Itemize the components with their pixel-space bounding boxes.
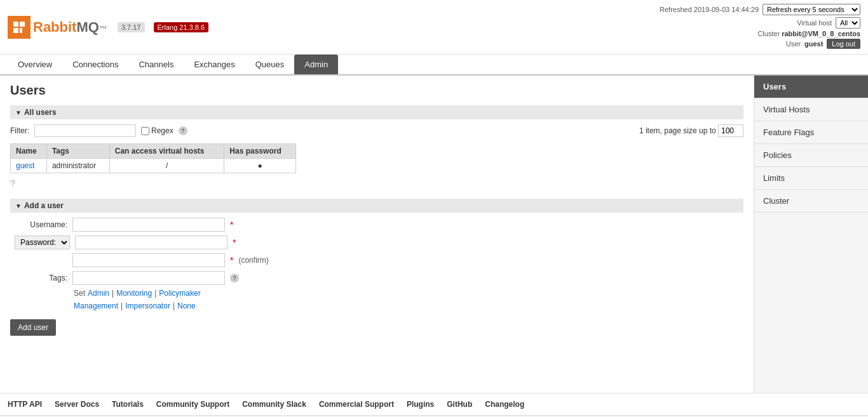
all-users-label: All users (24, 108, 57, 117)
sidebar-item-policies[interactable]: Policies (754, 144, 868, 167)
username-row: Username: * (10, 218, 743, 232)
table-help-icon[interactable]: ? (10, 178, 743, 189)
filter-input[interactable] (34, 124, 136, 137)
page-title: Users (10, 83, 743, 98)
password-input[interactable] (75, 235, 227, 249)
version-badge: 3.7.17 (118, 22, 145, 32)
refreshed-text: Refreshed 2019-09-03 14:44:29 (660, 6, 759, 13)
col-vhosts: Can access virtual hosts (109, 144, 224, 159)
tag-none[interactable]: None (177, 301, 196, 310)
tag-management[interactable]: Management (74, 301, 118, 310)
footer-commercial-support[interactable]: Commercial Support (319, 400, 394, 409)
footer-changelog[interactable]: Changelog (485, 400, 524, 409)
svg-rect-3 (20, 28, 22, 33)
logo-icon (8, 16, 31, 39)
user-tags-cell: administrator (46, 159, 109, 173)
sidebar-item-feature-flags[interactable]: Feature Flags (754, 121, 868, 144)
nav-channels[interactable]: Channels (128, 55, 184, 74)
cluster-label: Cluster (757, 30, 780, 37)
user-label: User (786, 40, 801, 48)
password-confirm-row: * (confirm) (10, 253, 743, 267)
nav-bar: Overview Connections Channels Exchanges … (0, 55, 868, 76)
username-label: Username: (10, 220, 67, 229)
footer-community-support[interactable]: Community Support (156, 400, 229, 409)
footer-http-api[interactable]: HTTP API (8, 400, 42, 409)
user-name-cell[interactable]: guest (11, 159, 47, 173)
virtual-host-label: Virtual host (797, 19, 832, 27)
virtual-host-select[interactable]: All / (836, 17, 860, 29)
password-confirm-input[interactable] (72, 253, 225, 267)
tags-label: Tags: (10, 274, 67, 282)
footer-plugins[interactable]: Plugins (407, 400, 434, 409)
tag-admin[interactable]: Admin (88, 289, 109, 298)
add-user-section: ▼ Add a user Username: * Password: Hashe… (10, 199, 743, 336)
user-vhosts-cell: / (109, 159, 224, 173)
filter-help-icon[interactable]: ? (179, 126, 187, 135)
logo-text: RabbitMQ™ (33, 19, 107, 36)
sidebar-item-virtual-hosts[interactable]: Virtual Hosts (754, 98, 868, 121)
regex-checkbox[interactable] (141, 127, 149, 135)
set-tags-row2: Management | Impersonator | None (74, 301, 743, 310)
user-value: guest (804, 40, 823, 48)
tag-monitoring[interactable]: Monitoring (116, 289, 152, 298)
confirm-required: * (230, 255, 233, 265)
sidebar-item-cluster[interactable]: Cluster (754, 190, 868, 213)
username-input[interactable] (72, 218, 225, 232)
sidebar-item-limits[interactable]: Limits (754, 167, 868, 190)
pagination-size-input[interactable] (718, 124, 743, 137)
refresh-select[interactable]: Refresh every 5 seconds Refresh every 10… (763, 4, 860, 15)
logout-button[interactable]: Log out (827, 39, 860, 49)
footer-community-slack[interactable]: Community Slack (242, 400, 306, 409)
tags-input[interactable] (72, 271, 225, 285)
logo: RabbitMQ™ (8, 16, 107, 39)
footer-tutorials[interactable]: Tutorials (112, 400, 144, 409)
svg-rect-0 (13, 22, 18, 27)
add-user-arrow: ▼ (15, 202, 22, 209)
pagination-info: 1 item, page size up to (193, 124, 743, 137)
password-type-select[interactable]: Password: Hashed: (15, 235, 70, 249)
set-label: Set (74, 289, 85, 298)
add-user-button[interactable]: Add user (10, 319, 56, 336)
username-required: * (230, 220, 233, 230)
cluster-value: rabbit@VM_0_8_centos (782, 30, 860, 37)
nav-exchanges[interactable]: Exchanges (184, 55, 245, 74)
col-tags: Tags (46, 144, 109, 159)
tag-impersonator[interactable]: Impersonator (125, 301, 170, 310)
all-users-section[interactable]: ▼ All users (10, 105, 743, 119)
section-arrow: ▼ (15, 109, 22, 116)
nav-connections[interactable]: Connections (62, 55, 128, 74)
footer-github[interactable]: GitHub (447, 400, 472, 409)
password-row: Password: Hashed: * (10, 235, 743, 249)
col-password: Has password (224, 144, 296, 159)
nav-queues[interactable]: Queues (245, 55, 295, 74)
password-required: * (233, 237, 236, 248)
users-table: Name Tags Can access virtual hosts Has p… (10, 143, 296, 173)
tags-help-icon[interactable]: ? (230, 274, 239, 282)
confirm-text: (confirm) (238, 256, 268, 265)
erlang-badge: Erlang 21.3.8.6 (154, 22, 209, 32)
regex-label[interactable]: Regex (141, 126, 173, 135)
filter-label: Filter: (10, 126, 29, 135)
add-user-label: Add a user (24, 201, 64, 210)
filter-row: Filter: Regex ? 1 item, page size up to (10, 124, 743, 137)
tag-policymaker[interactable]: Policymaker (159, 289, 200, 298)
nav-admin[interactable]: Admin (294, 55, 338, 74)
footer-server-docs[interactable]: Server Docs (55, 400, 99, 409)
footer: HTTP API Server Docs Tutorials Community… (0, 393, 868, 415)
sidebar: Users Virtual Hosts Feature Flags Polici… (754, 76, 868, 393)
tags-row: Tags: ? (10, 271, 743, 285)
nav-overview[interactable]: Overview (8, 55, 62, 74)
set-tags-row: Set Admin | Monitoring | Policymaker (74, 289, 743, 298)
table-row: guest administrator / ● (11, 159, 296, 173)
col-name: Name (11, 144, 47, 159)
svg-rect-2 (13, 28, 18, 33)
user-password-cell: ● (224, 159, 296, 173)
sidebar-item-users[interactable]: Users (754, 76, 868, 98)
svg-rect-1 (20, 22, 25, 27)
add-user-section-header[interactable]: ▼ Add a user (10, 199, 743, 213)
